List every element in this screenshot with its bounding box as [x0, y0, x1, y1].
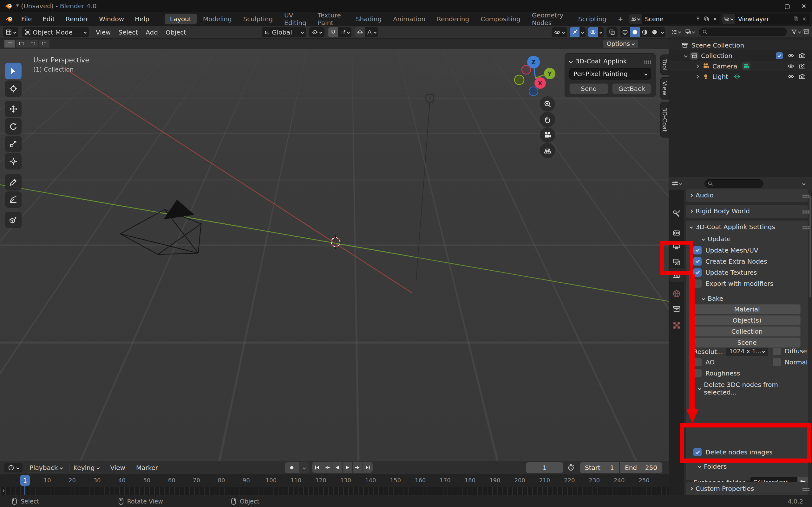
scene-selector[interactable]: Scene	[629, 14, 719, 24]
xray-toggle[interactable]	[606, 27, 618, 37]
subpanel-folders[interactable]: Folders	[686, 461, 727, 472]
drag-handle-icon[interactable]	[644, 60, 646, 62]
falloff-dropdown[interactable]	[365, 27, 378, 37]
camera-view-button[interactable]	[540, 127, 555, 143]
tool-add-cube-button[interactable]	[5, 212, 21, 228]
prev-keyframe-button[interactable]	[322, 462, 332, 473]
viewport-menu-item[interactable]: Object	[162, 26, 190, 39]
overlays-dropdown[interactable]	[598, 27, 604, 37]
marker-menu[interactable]: Marker	[132, 461, 162, 474]
timeline-keyframe-strip[interactable]	[0, 487, 669, 495]
snap-settings-dropdown[interactable]	[338, 27, 351, 37]
tab-world[interactable]	[669, 287, 684, 301]
delete-target-button[interactable]: Object(s)	[693, 315, 801, 326]
tool-scale-button[interactable]	[5, 135, 21, 152]
exclude-checkbox[interactable]	[776, 52, 783, 59]
viewlayer-selector[interactable]: ViewLayer	[722, 14, 809, 24]
filter-dropdown[interactable]	[791, 29, 801, 35]
keying-menu[interactable]: Keying	[69, 463, 103, 472]
sidebar-tab-3dcoat[interactable]: 3D-Coat	[660, 102, 669, 137]
workspace-tab[interactable]: Scripting	[573, 14, 612, 24]
select-mode-extend-button[interactable]	[16, 40, 27, 48]
tab-render[interactable]	[669, 226, 684, 240]
new-collection-button[interactable]	[803, 29, 809, 35]
playback-menu[interactable]: Playback	[26, 463, 66, 472]
close-button[interactable]: ✕	[796, 0, 812, 12]
row-label[interactable]: Scene Collection	[692, 42, 744, 49]
bake-roughness-row[interactable]: Roughness	[693, 369, 740, 377]
disclosure-open-icon[interactable]	[684, 54, 687, 57]
select-mode-intersect-button[interactable]	[39, 40, 49, 48]
viewlayer-browse-button[interactable]	[722, 14, 735, 24]
zoom-button[interactable]	[540, 96, 555, 112]
workspace-tab[interactable]: Compositing	[475, 14, 525, 24]
delete-viewlayer-icon[interactable]	[800, 16, 809, 21]
3d-viewport[interactable]: Z Y X Object Mode ViewSelectAddObject Gl…	[0, 26, 669, 461]
tool-measure-button[interactable]	[5, 191, 21, 208]
panel-applink-settings[interactable]: 3D-Coat Applink Settings Update Update M…	[686, 221, 808, 481]
shading-rendered-button[interactable]	[650, 27, 659, 37]
tab-scene[interactable]	[669, 268, 684, 282]
outliner-row-camera[interactable]: Camera	[669, 61, 812, 71]
sidebar-tab-view[interactable]: View	[660, 77, 669, 100]
properties-scrollbar[interactable]	[809, 196, 811, 297]
minimize-button[interactable]: ─	[763, 0, 779, 12]
delete-target-button[interactable]: Material	[693, 304, 801, 314]
workspace-tab[interactable]: Geometry Nodes	[526, 10, 572, 28]
hide-eye-icon[interactable]	[788, 73, 794, 80]
properties-search-input[interactable]	[705, 179, 763, 188]
view-menu[interactable]: View	[106, 461, 129, 474]
scene-browse-button[interactable]	[629, 14, 642, 24]
render-visibility-icon[interactable]	[799, 52, 806, 59]
timeline-collapse-icon[interactable]	[2, 489, 5, 493]
row-label[interactable]: Collection	[701, 52, 732, 60]
outliner-row-collection[interactable]: Collection	[669, 50, 812, 61]
light-data-badge[interactable]	[733, 73, 741, 80]
outliner-row-scene-collection[interactable]: Scene Collection	[669, 40, 812, 50]
mode-dropdown[interactable]: Object Mode	[22, 27, 89, 37]
delete-target-button[interactable]: Collection	[693, 326, 801, 337]
bake-ao-row[interactable]: AO	[693, 358, 715, 366]
outliner-search-input[interactable]	[699, 27, 786, 36]
tool-move-button[interactable]	[5, 101, 21, 117]
collapse-icon[interactable]	[569, 59, 573, 63]
properties-editor-type-button[interactable]	[672, 180, 681, 187]
paint-mode-dropdown[interactable]: Per-Pixel Painting	[569, 68, 651, 79]
menu-item[interactable]: Help	[130, 12, 155, 26]
properties-options-dropdown[interactable]	[803, 182, 806, 185]
camera-data-badge[interactable]	[742, 62, 751, 70]
bake-diffuse-row[interactable]: Diffuse	[773, 347, 807, 355]
panel-rigid-body-world[interactable]: Rigid Body World	[686, 205, 808, 218]
outliner-row-light[interactable]: Light	[669, 71, 812, 82]
shading-wireframe-button[interactable]	[620, 27, 630, 37]
delete-target-button[interactable]: Scene	[693, 337, 801, 348]
bake-normal-row[interactable]: Normal	[773, 358, 808, 366]
maximize-button[interactable]: ▢	[779, 0, 796, 12]
subpanel-update[interactable]: Update	[686, 233, 808, 245]
gizmo-dropdown[interactable]	[579, 27, 586, 37]
timeline-editor-type-button[interactable]	[4, 463, 22, 472]
subpanel-delete[interactable]: Delete 3DC nodes from selected...	[686, 383, 808, 394]
select-mode-subtract-button[interactable]	[27, 40, 38, 48]
outliner-editor-type-button[interactable]	[671, 29, 681, 35]
new-viewlayer-icon[interactable]	[792, 16, 800, 21]
tool-annotate-button[interactable]	[5, 174, 21, 190]
menu-item[interactable]: File	[16, 12, 37, 26]
viewport-menu-item[interactable]: View	[92, 26, 114, 39]
checkbox-row[interactable]: Update Textures	[693, 267, 812, 278]
checkbox[interactable]	[693, 246, 702, 255]
workspace-tab[interactable]: Modeling	[198, 14, 237, 24]
menu-item[interactable]: Render	[60, 12, 94, 26]
current-frame-field[interactable]: 1	[526, 462, 563, 473]
tab-tool[interactable]	[669, 207, 684, 221]
scene-name[interactable]: Scene	[642, 15, 693, 22]
play-button[interactable]	[343, 462, 352, 473]
hide-eye-icon[interactable]	[788, 63, 794, 69]
hide-eye-icon[interactable]	[788, 52, 794, 59]
viewlayer-name[interactable]: ViewLayer	[735, 15, 792, 22]
tab-object[interactable]	[669, 302, 684, 316]
jump-to-start-button[interactable]	[312, 462, 322, 473]
workspace-tab[interactable]: Shading	[351, 14, 387, 24]
pan-button[interactable]	[540, 112, 555, 127]
checkbox-row[interactable]: Update Mesh/UV	[693, 245, 812, 256]
